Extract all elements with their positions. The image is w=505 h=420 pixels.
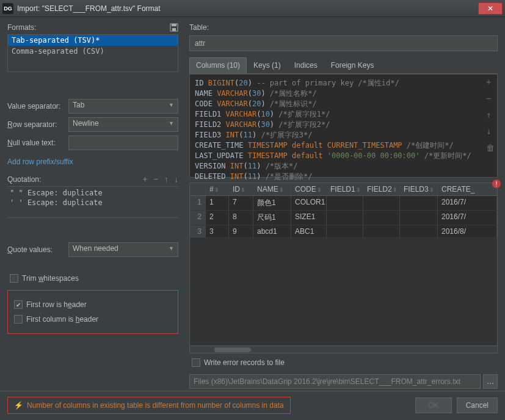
col-header[interactable]: #⇕ bbox=[206, 183, 229, 195]
close-button[interactable]: ✕ bbox=[478, 2, 503, 15]
row-separator-label: Row separator: bbox=[7, 120, 68, 129]
trim-whitespaces-checkbox[interactable] bbox=[10, 274, 18, 283]
table-cell[interactable] bbox=[400, 211, 438, 225]
table-cell[interactable]: 2 bbox=[206, 211, 229, 225]
table-row[interactable]: 228尺码1SIZE12016/7/ bbox=[190, 211, 497, 225]
move-col-down-icon[interactable]: ↓ bbox=[486, 126, 495, 137]
format-item-csv[interactable]: Comma-separated (CSV) bbox=[8, 46, 178, 57]
browse-errors-file-button[interactable]: … bbox=[483, 374, 498, 389]
table-row[interactable]: 339abcd1ABC12016/8/ bbox=[190, 225, 497, 238]
right-panel: Table: attr Columns (10) Keys (1) Indice… bbox=[186, 17, 505, 391]
quotation-item[interactable]: " " Escape: duplicate bbox=[7, 188, 178, 198]
table-cell[interactable]: 7 bbox=[229, 196, 253, 210]
horizontal-scrollbar[interactable] bbox=[190, 346, 497, 353]
col-header[interactable]: CREATE_ bbox=[438, 183, 497, 195]
ddl-line[interactable]: VERSION INT(11) /*版本*/ bbox=[195, 161, 492, 172]
column-mismatch-warning: ⚡ Number of columns in existing table is… bbox=[7, 397, 291, 414]
first-column-header-label: First column is header bbox=[26, 315, 98, 324]
delete-col-icon[interactable]: 🗑 bbox=[486, 143, 495, 153]
table-cell[interactable] bbox=[327, 225, 363, 237]
ddl-line[interactable]: CODE VARCHAR(20) /*属性标识*/ bbox=[195, 99, 492, 109]
table-cell[interactable]: COLOR1 bbox=[291, 196, 327, 210]
col-header[interactable]: NAME⇕ bbox=[253, 183, 291, 195]
table-cell[interactable]: abcd1 bbox=[253, 225, 291, 237]
ddl-viewer[interactable]: + − ↑ ↓ 🗑 ID BIGINT(20) -- part of prima… bbox=[189, 74, 498, 178]
ok-button[interactable]: OK bbox=[415, 397, 452, 413]
lightning-icon: ⚡ bbox=[14, 401, 23, 410]
ddl-line[interactable]: FIELD2 VARCHAR(30) /*扩展字段2*/ bbox=[195, 120, 492, 130]
add-quotation-icon[interactable]: + bbox=[143, 175, 148, 184]
table-name-input[interactable]: attr bbox=[189, 35, 498, 51]
write-errors-checkbox[interactable] bbox=[192, 358, 200, 367]
quote-values-select[interactable]: When needed bbox=[68, 242, 178, 257]
table-cell[interactable] bbox=[363, 211, 400, 225]
cancel-button[interactable]: Cancel bbox=[457, 397, 498, 413]
app-icon: DG bbox=[2, 3, 13, 14]
ddl-line[interactable]: DELETED INT(11) /*是否删除*/ bbox=[195, 172, 492, 182]
table-cell[interactable]: 2016/7/ bbox=[438, 211, 497, 225]
tab-foreign-keys[interactable]: Foreign Keys bbox=[324, 57, 381, 73]
table-cell[interactable]: 3 bbox=[206, 225, 229, 237]
window-title: Import: "SELECT___FROM_attr.tsv" Format bbox=[17, 4, 478, 13]
ddl-line[interactable]: LAST_UPDATE TIMESTAMP default '0000-00-0… bbox=[195, 151, 492, 161]
quote-values-label: Quote values: bbox=[7, 245, 68, 254]
tab-columns[interactable]: Columns (10) bbox=[189, 57, 247, 73]
null-value-input[interactable] bbox=[68, 136, 178, 150]
table-cell[interactable] bbox=[327, 211, 363, 225]
ddl-line[interactable]: ID BIGINT(20) -- part of primary key /*属… bbox=[195, 78, 492, 89]
col-header[interactable]: FIELD2⇕ bbox=[363, 183, 400, 195]
table-cell[interactable]: 2 bbox=[190, 211, 206, 225]
table-cell[interactable]: 3 bbox=[190, 225, 206, 237]
tab-indices[interactable]: Indices bbox=[288, 57, 324, 73]
table-cell[interactable]: 2016/7/ bbox=[438, 196, 497, 210]
table-label: Table: bbox=[189, 23, 498, 32]
ddl-line[interactable]: FIELD1 VARCHAR(10) /*扩展字段1*/ bbox=[195, 109, 492, 120]
quotation-list[interactable]: " " Escape: duplicate ' ' Escape: duplic… bbox=[7, 186, 178, 218]
move-col-up-icon[interactable]: ↑ bbox=[486, 110, 495, 120]
add-prefix-suffix-link[interactable]: Add row prefix/suffix bbox=[7, 158, 178, 166]
table-cell[interactable] bbox=[363, 196, 400, 210]
first-row-header-checkbox[interactable] bbox=[14, 300, 23, 309]
table-cell[interactable]: 9 bbox=[229, 225, 253, 237]
table-cell[interactable]: 2016/8/ bbox=[438, 225, 497, 237]
table-cell[interactable]: 颜色1 bbox=[253, 196, 291, 210]
save-formats-icon[interactable] bbox=[170, 23, 178, 32]
value-separator-select[interactable]: Tab bbox=[68, 99, 178, 114]
first-column-header-checkbox[interactable] bbox=[14, 315, 23, 324]
table-cell[interactable]: 尺码1 bbox=[253, 211, 291, 225]
grid-empty-area bbox=[190, 238, 497, 346]
dialog-footer: ⚡ Number of columns in existing table is… bbox=[0, 391, 505, 419]
write-errors-label: Write error records to file bbox=[204, 358, 285, 367]
ddl-line[interactable]: NAME VARCHAR(30) /*属性名称*/ bbox=[195, 89, 492, 99]
col-header[interactable]: FIELD3⇕ bbox=[400, 183, 438, 195]
table-cell[interactable]: SIZE1 bbox=[291, 211, 327, 225]
row-separator-select[interactable]: Newline bbox=[68, 117, 178, 132]
table-cell[interactable] bbox=[400, 225, 438, 237]
table-cell[interactable] bbox=[400, 196, 438, 210]
col-header[interactable]: FIELD1⇕ bbox=[327, 183, 363, 195]
table-cell[interactable]: 1 bbox=[206, 196, 229, 210]
col-header[interactable]: ID⇕ bbox=[229, 183, 253, 195]
add-column-icon[interactable]: + bbox=[486, 77, 495, 87]
table-cell[interactable] bbox=[327, 196, 363, 210]
grid-warning-badge[interactable]: ! bbox=[492, 179, 501, 188]
table-cell[interactable]: 1 bbox=[190, 196, 206, 210]
preview-grid: ! #⇕ ID⇕ NAME⇕ CODE⇕ FIELD1⇕ FIELD2⇕ FIE… bbox=[189, 183, 498, 353]
ddl-line[interactable]: CREATE_TIME TIMESTAMP default CURRENT_TI… bbox=[195, 140, 492, 151]
table-cell[interactable]: ABC1 bbox=[291, 225, 327, 237]
table-cell[interactable] bbox=[363, 225, 400, 237]
table-cell[interactable]: 8 bbox=[229, 211, 253, 225]
quotation-item[interactable]: ' ' Escape: duplicate bbox=[7, 198, 178, 208]
ddl-line[interactable]: FIELD3 INT(11) /*扩展字段3*/ bbox=[195, 130, 492, 140]
col-header[interactable]: CODE⇕ bbox=[291, 183, 327, 195]
remove-column-icon[interactable]: − bbox=[486, 93, 495, 104]
remove-quotation-icon[interactable]: − bbox=[153, 175, 158, 184]
move-down-quotation-icon[interactable]: ↓ bbox=[175, 175, 179, 184]
formats-label: Formats: bbox=[7, 23, 36, 32]
table-row[interactable]: 117颜色1COLOR12016/7/ bbox=[190, 196, 497, 211]
formats-list[interactable]: Tab-separated (TSV)* Comma-separated (CS… bbox=[7, 34, 178, 72]
errors-file-path[interactable]: Files (x86)\JetBrains\DataGrip 2016.2\jr… bbox=[189, 374, 481, 389]
tab-keys[interactable]: Keys (1) bbox=[247, 57, 288, 73]
move-up-quotation-icon[interactable]: ↑ bbox=[164, 175, 169, 184]
format-item-tsv[interactable]: Tab-separated (TSV)* bbox=[8, 35, 178, 46]
